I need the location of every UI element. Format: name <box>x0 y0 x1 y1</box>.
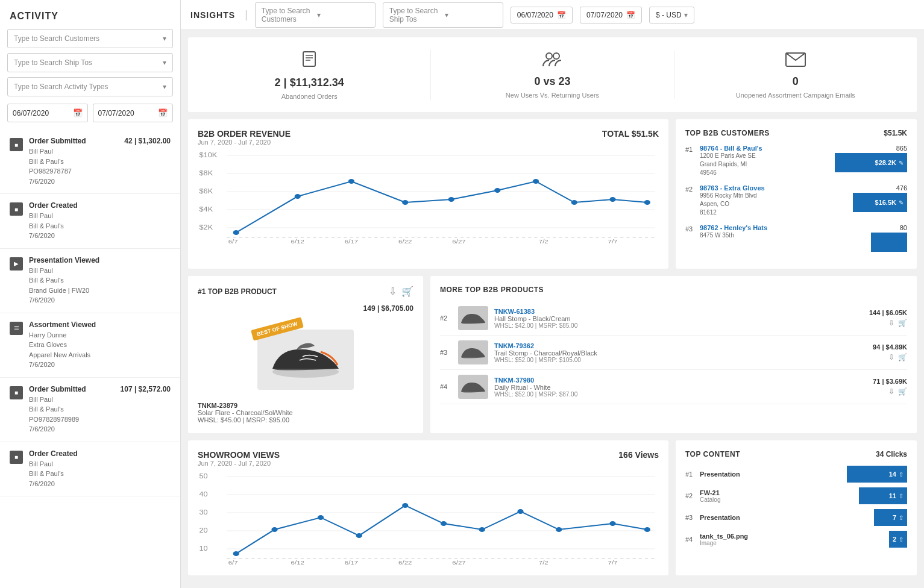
more-product-actions[interactable]: ⇩ 🛒 <box>888 319 907 327</box>
customer-address: 1200 E Paris Ave SEGrand Rapids, MI49546 <box>700 152 830 177</box>
top-content-list: #1 Presentation 14 ⇧ #2 FW-21 Catalog 11… <box>685 466 907 548</box>
products-row: #1 TOP B2B PRODUCT ⇩ 🛒 149 | $6,705.00 B… <box>188 276 917 433</box>
cart-icon[interactable]: 🛒 <box>401 286 413 297</box>
users-label: New Users Vs. Returning Users <box>506 92 599 99</box>
activity-type-label: Order Submitted <box>29 137 86 145</box>
svg-text:6/22: 6/22 <box>398 560 412 566</box>
svg-point-49 <box>356 533 362 538</box>
more-product-price: WHSL: $52.00 | MSRP: $105.00 <box>494 357 867 363</box>
customer-bar: $28.2K ✎ <box>835 153 907 172</box>
more-product-row: #2 TNKW-61383 Hall Stomp - Black/Cream W… <box>440 301 907 336</box>
activity-detail: Bill PaulBill & Paul's7/6/2020 <box>29 459 171 489</box>
emails-value: 0 <box>793 75 799 88</box>
svg-text:$2K: $2K <box>200 224 213 230</box>
more-product-stats: 94 | $4.89K <box>873 343 907 351</box>
ship-to-search-topbar[interactable]: Type to Search Ship Tos <box>383 2 503 28</box>
content-rank: #2 <box>685 492 695 499</box>
ship-to-search-sidebar[interactable]: Type to Search Ship Tos <box>7 53 173 72</box>
more-product-sku: TNKM-37980 <box>494 377 867 384</box>
sidebar-title: ACTIVITY <box>0 0 180 29</box>
svg-point-47 <box>271 527 277 532</box>
customer-row: #3 98762 - Henley's Hats 8475 W 35th 80 <box>685 224 907 252</box>
customer-address: 9956 Rocky Mtn BlvdAspen, CO81612 <box>700 192 848 217</box>
cart-icon[interactable]: 🛒 <box>898 353 907 361</box>
list-item: ☰Assortment ViewedHarry DunneExtra Glove… <box>0 313 180 378</box>
sidebar-date-from[interactable]: 06/07/2020 📅 <box>7 104 88 122</box>
order-icon: ■ <box>10 138 23 151</box>
svg-point-56 <box>644 527 650 532</box>
download-icon[interactable]: ⇩ <box>888 387 894 396</box>
customer-search-topbar[interactable]: Type to Search Customers <box>255 2 376 28</box>
stats-row: 2 | $11,312.34 Abandoned Orders 0 vs 23 … <box>188 37 917 112</box>
more-product-actions[interactable]: ⇩ 🛒 <box>888 353 907 361</box>
svg-point-24 <box>571 200 577 205</box>
customer-row: #2 98763 - Extra Gloves 9956 Rocky Mtn B… <box>685 184 907 217</box>
svg-text:6/22: 6/22 <box>398 239 412 245</box>
charts-customers-row: B2B ORDER REVENUE Jun 7, 2020 - Jul 7, 2… <box>188 119 917 269</box>
sidebar-filters: Type to Search Customers Type to Search … <box>0 29 180 122</box>
assortment-icon: ☰ <box>10 322 23 335</box>
more-product-name: Trail Stomp - Charcoal/Royal/Black <box>494 349 867 357</box>
chevron-icon <box>163 83 166 91</box>
more-product-price: WHSL: $42.00 | MSRP: $85.00 <box>494 322 863 329</box>
more-product-image <box>458 375 488 399</box>
content-item-name: FW-21 <box>700 489 854 496</box>
svg-text:10: 10 <box>200 545 208 551</box>
currency-selector[interactable]: $ - USD <box>649 7 694 23</box>
content-item-type: Catalog <box>700 496 854 503</box>
activity-type-label: Order Submitted <box>29 385 86 393</box>
chart-subtitle: Jun 7, 2020 - Jul 7, 2020 <box>198 139 291 146</box>
more-product-row: #3 TNKM-79362 Trail Stomp - Charcoal/Roy… <box>440 336 907 370</box>
content-info: Presentation <box>700 471 842 478</box>
content-rank: #4 <box>685 536 695 543</box>
svg-point-18 <box>295 194 301 199</box>
customer-amount: $16.5K <box>875 199 896 206</box>
content-bar: 7 ⇧ <box>874 509 907 526</box>
download-icon[interactable]: ⇩ <box>888 319 894 327</box>
edit-icon: ✎ <box>899 199 904 206</box>
customer-bar: $16.5K ✎ <box>853 193 907 212</box>
content-count: 14 <box>889 471 896 478</box>
topbar-date-from[interactable]: 06/07/2020 📅 <box>511 7 573 23</box>
svg-text:6/27: 6/27 <box>452 239 466 245</box>
more-product-actions[interactable]: ⇩ 🛒 <box>888 387 907 396</box>
customer-search-sidebar[interactable]: Type to Search Customers <box>7 29 173 48</box>
cart-icon[interactable]: 🛒 <box>898 319 907 327</box>
users-icon <box>541 51 563 72</box>
svg-text:6/17: 6/17 <box>345 239 359 245</box>
content-row: #2 FW-21 Catalog 11 ⇧ <box>685 487 907 504</box>
content-item-name: Presentation <box>700 471 842 478</box>
content-bar: 11 ⇧ <box>859 487 907 504</box>
chevron-icon <box>163 58 166 67</box>
more-product-name: Hall Stomp - Black/Cream <box>494 315 863 322</box>
product-info: TNKM-23879 Solar Flare - Charcoal/Sol/Wh… <box>198 402 413 424</box>
sidebar-date-to[interactable]: 07/07/2020 📅 <box>93 104 174 122</box>
list-item: ▶Presentation ViewedBill PaulBill & Paul… <box>0 249 180 313</box>
email-icon <box>785 51 806 72</box>
customer-name: 98762 - Henley's Hats <box>700 224 866 231</box>
customer-name: 98764 - Bill & Paul's <box>700 145 830 152</box>
b2b-chart-svg: $10K $8K $6K $4K $2K <box>198 148 659 245</box>
sidebar: ACTIVITY Type to Search Customers Type t… <box>0 0 181 588</box>
download-icon[interactable]: ⇩ <box>888 353 894 361</box>
order-icon: ■ <box>10 202 23 216</box>
topbar-date-to[interactable]: 07/07/2020 📅 <box>580 7 642 23</box>
download-icon[interactable]: ⇩ <box>389 286 397 297</box>
customer-count: 476 <box>896 184 907 192</box>
svg-point-4 <box>546 53 552 59</box>
share-icon: ⇧ <box>899 471 904 478</box>
chart-header: B2B ORDER REVENUE Jun 7, 2020 - Jul 7, 2… <box>198 129 659 146</box>
svg-point-50 <box>402 503 408 508</box>
activity-detail: Bill PaulBill & Paul'sBrand Guide | FW20… <box>29 266 171 305</box>
cart-icon[interactable]: 🛒 <box>898 387 907 396</box>
content-area: 2 | $11,312.34 Abandoned Orders 0 vs 23 … <box>181 30 924 588</box>
stat-emails: 0 Unopened Assortment Campaign Emails <box>674 51 917 99</box>
content-item-name: Presentation <box>700 514 869 521</box>
svg-text:6/7: 6/7 <box>228 560 238 566</box>
topbar: INSIGHTS | Type to Search Customers Type… <box>181 0 924 30</box>
svg-point-17 <box>233 230 239 235</box>
customers-total: $51.5K <box>884 129 907 137</box>
more-product-rank: #4 <box>440 383 452 390</box>
content-row: #4 tank_ts_06.png Image 2 ⇧ <box>685 531 907 548</box>
activity-type-search[interactable]: Type to Search Activity Types <box>7 77 173 96</box>
